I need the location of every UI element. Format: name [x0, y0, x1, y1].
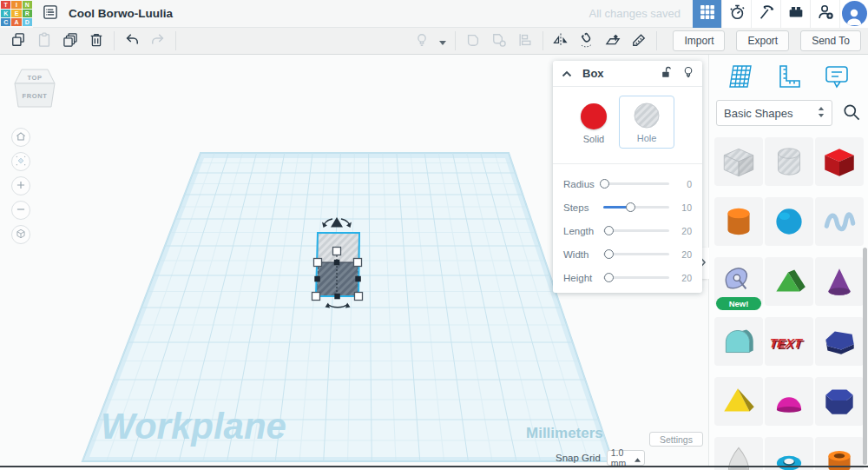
notes-tool-button[interactable]: [819, 63, 854, 93]
solid-option[interactable]: Solid: [581, 103, 607, 144]
hexagonal-prism-thumbnail: [819, 381, 859, 421]
sphere-thumbnail: [769, 202, 809, 242]
shape-pyramid[interactable]: [714, 377, 763, 426]
brick-button[interactable]: [780, 0, 810, 28]
shape-round-roof[interactable]: [714, 317, 763, 366]
delete-button[interactable]: [85, 30, 108, 52]
copy-icon: [10, 31, 27, 51]
slider-track[interactable]: [603, 229, 669, 232]
fit-view-button[interactable]: [11, 152, 30, 171]
shape-cylinder[interactable]: [714, 197, 763, 246]
pyramid-thumbnail: [719, 381, 759, 421]
ruler-button[interactable]: [628, 30, 650, 52]
select-arrows-icon: [818, 105, 825, 121]
shape-box-hole[interactable]: [714, 137, 763, 186]
shape-text[interactable]: TEXT TEXT: [765, 317, 813, 366]
apps-grid-button[interactable]: [693, 0, 721, 28]
shape-cone[interactable]: [815, 257, 864, 306]
view-cube[interactable]: TOP FRONT: [14, 67, 56, 112]
shape-roof[interactable]: [765, 257, 813, 306]
snap-grid-label: Snap Grid: [556, 453, 601, 463]
workplane-tool-button[interactable]: [723, 63, 758, 93]
shape-hexagonal-prism[interactable]: [815, 377, 864, 426]
flip-button[interactable]: [549, 30, 572, 52]
view-cube-front-label[interactable]: FRONT: [14, 92, 56, 100]
toolbar-separator: [656, 31, 657, 50]
show-all-dropdown[interactable]: [437, 30, 449, 52]
shape-sphere[interactable]: [765, 197, 813, 246]
shape-generators-thumbnail: [719, 261, 759, 301]
home-view-button[interactable]: [11, 128, 30, 147]
zoom-in-button[interactable]: [11, 176, 30, 195]
account-button[interactable]: [839, 0, 868, 28]
design-properties-button[interactable]: [41, 4, 60, 23]
roof-thumbnail: [769, 261, 809, 301]
slider-track[interactable]: [603, 206, 669, 209]
category-select[interactable]: Basic Shapes: [716, 100, 832, 126]
slider-track[interactable]: [603, 276, 669, 279]
panel-scrollbar[interactable]: [863, 248, 867, 465]
tinkercad-logo[interactable]: TINKERCAD: [0, 0, 33, 28]
slider-list: Radius0Steps10Length20Width20Height20: [553, 164, 702, 298]
send-to-button[interactable]: Send To: [800, 30, 861, 51]
cylinder-thumbnail: [719, 202, 759, 242]
settings-button[interactable]: Settings: [649, 432, 703, 447]
undo-button[interactable]: [121, 30, 143, 52]
snap-magnet-button[interactable]: [575, 30, 598, 52]
logo-letter: D: [23, 18, 32, 26]
slider-handle[interactable]: [604, 273, 614, 282]
add-person-button[interactable]: [810, 0, 839, 28]
logo-letter: I: [11, 1, 21, 9]
export-button[interactable]: Export: [736, 30, 789, 51]
group-button[interactable]: [462, 30, 484, 52]
svg-text:TEXT: TEXT: [769, 336, 804, 350]
copy-button[interactable]: [7, 30, 30, 52]
home-icon: [15, 130, 27, 145]
paste-button[interactable]: [33, 30, 56, 52]
shape-polygon[interactable]: [815, 317, 864, 366]
slider-track[interactable]: [603, 253, 669, 255]
slider-track[interactable]: [603, 182, 669, 185]
import-button[interactable]: Import: [673, 30, 725, 51]
shape-box[interactable]: [815, 137, 864, 186]
perspective-toggle-button[interactable]: [11, 225, 30, 244]
ungroup-button[interactable]: [488, 30, 510, 52]
shapes-panel: Basic Shapes TEXT TEXT: [708, 55, 868, 466]
hole-option[interactable]: Hole: [619, 96, 674, 149]
fit-view-icon: [15, 155, 27, 169]
snap-grid-select[interactable]: 1.0 mm: [607, 450, 645, 466]
align-button[interactable]: [514, 30, 536, 52]
shape-scribble[interactable]: [815, 197, 864, 246]
design-title[interactable]: Cool Borwo-Luulia: [69, 7, 173, 20]
ruler-l-icon: [775, 63, 803, 93]
slider-value: 0: [673, 179, 692, 189]
cylinder-hole-thumbnail: [769, 142, 809, 182]
slider-row-length: Length20: [563, 219, 692, 242]
lock-button[interactable]: [661, 66, 673, 82]
duplicate-button[interactable]: [59, 30, 82, 52]
shape-cylinder-hole[interactable]: [765, 137, 813, 186]
slider-handle[interactable]: [626, 202, 635, 212]
group-icon: [464, 31, 482, 51]
minecraft-button[interactable]: [751, 0, 780, 28]
show-all-button[interactable]: [411, 30, 433, 52]
slider-handle[interactable]: [600, 179, 609, 189]
redo-button[interactable]: [147, 30, 169, 52]
shape-half-sphere[interactable]: [765, 377, 813, 426]
zoom-out-button[interactable]: [11, 201, 30, 220]
ruler-tool-button[interactable]: [772, 63, 806, 93]
workplane-button[interactable]: [602, 30, 624, 52]
visibility-button[interactable]: [683, 66, 694, 82]
tinker-time-button[interactable]: [721, 0, 751, 28]
trash-icon: [88, 31, 105, 51]
toolbar-separator: [542, 31, 543, 50]
hole-label: Hole: [637, 133, 657, 143]
view-cube-top-label[interactable]: TOP: [14, 74, 56, 82]
logo-letter: N: [23, 1, 32, 9]
search-button[interactable]: [839, 101, 864, 125]
slider-handle[interactable]: [604, 249, 614, 259]
top-bar: TINKERCAD Cool Borwo-Luulia All changes …: [0, 0, 868, 28]
collapse-inspector-button[interactable]: [562, 67, 572, 80]
inspector-title: Box: [582, 67, 604, 80]
slider-handle[interactable]: [604, 226, 614, 235]
